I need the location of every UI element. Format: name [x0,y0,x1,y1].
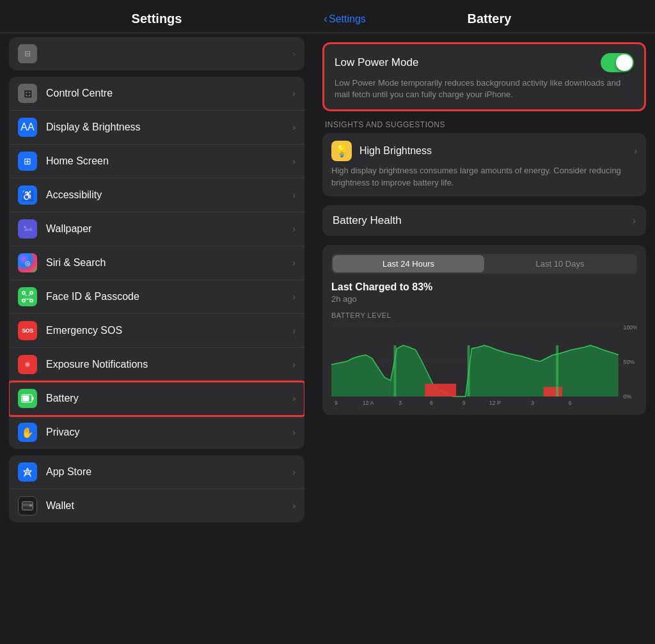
battery-chart: 100% 50% 0% 9 12 A 3 6 9 12 P 3 6 [331,323,637,406]
settings-item-display[interactable]: AA Display & Brightness › [9,111,304,145]
battery-header: ‹ Settings Battery [313,0,655,33]
svg-text:3: 3 [399,400,402,406]
home-chevron: › [292,156,296,166]
settings-item-exposure[interactable]: Exposure Notifications › [9,348,304,382]
settings-item-accessibility[interactable]: ♿ Accessibility › [9,178,304,212]
insight-header: 💡 High Brightness › [331,141,637,161]
back-button[interactable]: ‹ Settings [324,12,366,26]
tab-24h[interactable]: Last 24 Hours [333,255,484,272]
accessibility-label: Accessibility [46,189,292,201]
svg-rect-27 [556,345,558,397]
toggle-knob [616,54,633,71]
svg-text:100%: 100% [624,324,637,331]
battery-icon [18,389,37,408]
battery-content: Low Power Mode Low Power Mode temporaril… [313,33,655,644]
battery-title: Battery [366,12,613,26]
svg-text:50%: 50% [624,359,635,365]
settings-group-main: ⊞ Control Centre › AA Display & Brightne… [9,77,304,449]
low-power-description: Low Power Mode temporarily reduces backg… [335,77,634,100]
privacy-label: Privacy [46,427,292,438]
settings-header: Settings [0,0,313,33]
accessibility-icon: ♿ [18,185,37,205]
battery-health-card[interactable]: Battery Health › [322,205,646,236]
settings-item-wallet[interactable]: Wallet › [9,489,304,522]
svg-marker-22 [331,345,619,397]
svg-text:6: 6 [569,400,572,406]
low-power-mode-card: Low Power Mode Low Power Mode temporaril… [322,42,646,111]
brightness-icon: 💡 [331,141,352,161]
settings-item-faceid[interactable]: Face ID & Passcode › [9,280,304,314]
back-label: Settings [329,13,366,25]
svg-rect-4 [22,299,25,302]
svg-rect-13 [23,396,29,402]
privacy-chevron: › [292,427,296,437]
svg-text:A: A [26,469,30,475]
settings-list: ⊟ › ⊞ Control Centre › AA Display & Brig… [0,33,313,644]
control-centre-label: Control Centre [46,88,292,99]
battery-health-label: Battery Health [333,214,402,227]
svg-rect-26 [468,345,470,397]
display-chevron: › [292,122,296,132]
insights-card: 💡 High Brightness › High display brightn… [322,133,646,196]
insights-label: INSIGHTS AND SUGGESTIONS [325,120,643,129]
svg-rect-12 [32,397,34,400]
control-centre-icon: ⊞ [18,84,37,103]
wallet-chevron: › [292,501,296,511]
svg-rect-18 [29,505,32,507]
high-brightness-title: High Brightness [359,145,634,157]
partial-chevron: › [292,49,296,59]
settings-item-control-centre[interactable]: ⊞ Control Centre › [9,77,304,111]
settings-item-emergency-sos[interactable]: SOS Emergency SOS › [9,314,304,348]
time-tabs-card: Last 24 Hours Last 10 Days Last Charged … [322,245,646,415]
exposure-label: Exposure Notifications [46,359,292,370]
exposure-chevron: › [292,359,296,370]
svg-text:12 A: 12 A [363,400,374,406]
low-power-row: Low Power Mode [335,53,634,72]
emergency-sos-icon: SOS [18,321,37,340]
siri-icon: ◎ [18,253,37,272]
wallpaper-chevron: › [292,224,296,234]
control-centre-chevron: › [292,88,296,98]
svg-rect-24 [544,387,562,397]
settings-item-battery[interactable]: Battery › [9,382,304,416]
svg-text:6: 6 [430,400,433,406]
display-icon: AA [18,118,37,137]
settings-title: Settings [0,12,313,26]
siri-chevron: › [292,258,296,268]
svg-rect-25 [394,345,397,397]
wallet-label: Wallet [46,500,292,512]
svg-text:9: 9 [335,400,338,406]
svg-point-1 [24,226,26,228]
partial-icon: ⊟ [18,44,37,63]
svg-rect-3 [30,292,33,294]
high-brightness-item[interactable]: 💡 High Brightness › High display brightn… [322,133,646,196]
home-label: Home Screen [46,155,292,167]
battery-level-label: BATTERY LEVEL [331,311,637,319]
settings-item-appstore[interactable]: A App Store › [9,455,304,489]
battery-chevron: › [292,393,296,404]
privacy-icon: ✋ [18,423,37,442]
settings-item-siri[interactable]: ◎ Siri & Search › [9,246,304,280]
tab-10days[interactable]: Last 10 Days [484,255,636,272]
settings-item-partial[interactable]: ⊟ › [9,37,304,70]
battery-health-chevron: › [633,216,636,226]
settings-item-privacy[interactable]: ✋ Privacy › [9,416,304,449]
low-power-toggle[interactable] [601,53,634,72]
settings-panel: Settings ⊟ › ⊞ Control Centre › [0,0,313,644]
settings-item-wallpaper[interactable]: Wallpaper › [9,212,304,246]
settings-group-apps: A App Store › Wallet › [9,455,304,522]
wallpaper-icon [18,219,37,239]
appstore-label: App Store [46,466,292,478]
brightness-chevron: › [634,146,637,156]
svg-text:12 P: 12 P [489,400,501,406]
battery-label: Battery [46,393,292,404]
home-icon: ⊞ [18,152,37,171]
svg-point-10 [26,363,29,366]
tab-row: Last 24 Hours Last 10 Days [331,254,637,274]
settings-item-home[interactable]: ⊞ Home Screen › [9,145,304,178]
low-power-label: Low Power Mode [335,56,418,69]
faceid-icon [18,287,37,306]
svg-text:0%: 0% [624,393,632,400]
faceid-label: Face ID & Passcode [46,291,292,302]
back-chevron-icon: ‹ [324,12,328,26]
